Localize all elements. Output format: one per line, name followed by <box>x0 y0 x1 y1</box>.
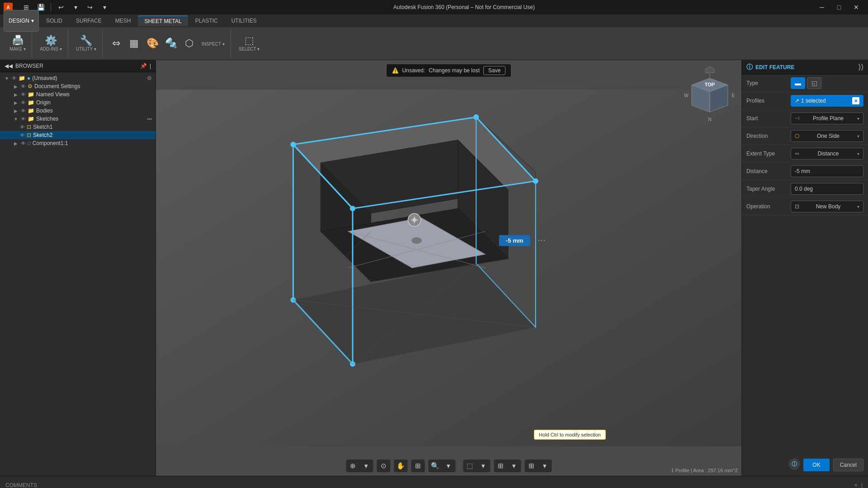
ribbon-content: 🖨️ MAKE ▾ ⚙️ ADD-INS ▾ 🔧 UTILITY ▾ <box>0 27 868 60</box>
tree-item-named-views[interactable]: ▶ 👁 📁 Named Views <box>0 90 156 99</box>
addins-items: ⚙️ ADD-INS ▾ <box>38 30 64 57</box>
zebra-analysis-button[interactable]: 🎨 <box>144 37 161 50</box>
select-button[interactable]: ⬚ SELECT ▾ <box>236 34 262 53</box>
viewport-layout-dropdown[interactable]: ▾ <box>538 460 552 472</box>
close-button[interactable]: ✕ <box>848 1 864 14</box>
tree-item-origin[interactable]: ▶ 👁 📁 Origin <box>0 99 156 107</box>
snap-button[interactable]: ⊕ <box>346 460 359 472</box>
svg-point-27 <box>413 218 416 222</box>
viewport[interactable]: -5 mm ⋯ N S W E TOP ↑ <box>156 60 741 476</box>
window-controls: ─ □ ✕ <box>814 1 864 14</box>
direction-dropdown[interactable]: ⬡ One Side ▾ <box>791 130 863 142</box>
bodies-toggle[interactable]: ▶ <box>13 108 19 113</box>
maximize-button[interactable]: □ <box>831 1 847 14</box>
tab-plastic[interactable]: PLASTIC <box>189 16 224 26</box>
root-settings-icon[interactable]: ⚙ <box>147 75 152 81</box>
make-button[interactable]: 🖨️ MAKE ▾ <box>7 34 28 53</box>
doc-settings-visibility[interactable]: 👁 <box>21 84 26 89</box>
doc-settings-toggle[interactable]: ▶ <box>13 84 19 89</box>
pan-button[interactable]: ✋ <box>394 460 407 472</box>
zoom-button[interactable]: 🔍 <box>428 460 442 472</box>
tab-solid[interactable]: SOLID <box>40 16 69 26</box>
tree-item-bodies[interactable]: ▶ 👁 📁 Bodies <box>0 107 156 115</box>
named-views-toggle[interactable]: ▶ <box>13 92 19 97</box>
extent-type-dropdown[interactable]: ⇔ Distance ▾ <box>791 148 863 160</box>
tab-surface[interactable]: SURFACE <box>70 16 108 26</box>
display-mode-button[interactable]: ⬚ <box>463 460 476 472</box>
origin-toggle[interactable]: ▶ <box>13 100 19 105</box>
sketch1-visibility[interactable]: 👁 <box>20 124 25 130</box>
tab-utilities[interactable]: UTILITIES <box>225 16 263 26</box>
named-views-label: Named Views <box>36 91 152 98</box>
utility-button[interactable]: 🔧 UTILITY ▾ <box>74 34 99 53</box>
section-analysis-button[interactable]: ▦ <box>126 37 142 50</box>
tree-item-doc-settings[interactable]: ▶ 👁 ⚙ Document Settings <box>0 82 156 90</box>
minimize-button[interactable]: ─ <box>814 1 830 14</box>
design-dropdown[interactable]: DESIGN ▾ <box>4 10 39 32</box>
taper-angle-input[interactable]: 0.0 deg <box>791 183 863 195</box>
distance-input[interactable]: -5 mm <box>791 165 863 177</box>
start-arrow: ▾ <box>857 116 859 121</box>
operation-dropdown[interactable]: ⊡ New Body ▾ <box>791 201 863 212</box>
tab-sheet-metal[interactable]: SHEET METAL <box>138 15 188 26</box>
root-visibility-icon[interactable]: 👁 <box>12 75 17 81</box>
panel-row-profiles: Profiles ↗ 1 selected ✕ <box>742 92 868 110</box>
grid-display-button[interactable]: ⊞ <box>494 460 507 472</box>
undo-dropdown[interactable]: ▾ <box>69 1 82 14</box>
redo-dropdown[interactable]: ▾ <box>98 1 111 14</box>
grid-dropdown[interactable]: ▾ <box>507 460 521 472</box>
orbit-button[interactable]: ⊙ <box>377 460 390 472</box>
profiles-selector[interactable]: ↗ 1 selected ✕ <box>791 95 863 107</box>
panel-row-extent-type: Extent Type ⇔ Distance ▾ <box>742 145 868 163</box>
start-dropdown[interactable]: ⊣ Profile Plane ▾ <box>791 113 863 124</box>
viewcube[interactable]: N S W E TOP ↑ <box>683 65 737 123</box>
ok-button[interactable]: OK <box>803 459 829 471</box>
save-button[interactable]: Save <box>483 66 505 75</box>
snap-dropdown[interactable]: ▾ <box>359 460 373 472</box>
browser-tree: ▼ 👁 📁 ● (Unsaved) ⚙ ▶ 👁 ⚙ Document Setti… <box>0 72 156 476</box>
sketch2-visibility[interactable]: 👁 <box>20 132 25 138</box>
comments-add-icon[interactable]: + <box>854 482 858 488</box>
inspect-dropdown[interactable]: INSPECT ▾ <box>199 39 227 48</box>
type-btn-solid[interactable]: ▬ <box>791 77 805 89</box>
edit-panel-collapse[interactable]: ⟩⟩ <box>858 63 863 71</box>
curvature-icon: ⬡ <box>185 38 193 48</box>
viewport-layout-button[interactable]: ⊞ <box>524 460 538 472</box>
component-visibility[interactable]: 👁 <box>21 141 26 146</box>
measure-button[interactable]: ⇔ <box>108 37 124 50</box>
svg-point-28 <box>411 237 422 244</box>
section-icon: ▦ <box>129 38 139 48</box>
browser-collapse-icon[interactable]: ◀◀ <box>5 63 13 69</box>
addins-button[interactable]: ⚙️ ADD-INS ▾ <box>38 34 64 53</box>
doc-settings-icon: ⚙ <box>28 83 33 89</box>
tree-item-sketches[interactable]: ▼ 👁 📁 Sketches ••• <box>0 115 156 123</box>
type-btn-surface[interactable]: ◱ <box>807 77 821 89</box>
redo-button[interactable]: ↪ <box>84 1 96 14</box>
browser-title: BROWSER <box>15 63 43 69</box>
tree-item-sketch1[interactable]: 👁 ⊡ Sketch1 <box>0 123 156 131</box>
display-dropdown[interactable]: ▾ <box>476 460 490 472</box>
cancel-button[interactable]: Cancel <box>833 459 863 471</box>
ribbon-group-addins: ⚙️ ADD-INS ▾ <box>34 29 68 58</box>
info-button[interactable]: ⓘ <box>789 459 800 469</box>
sketches-visibility[interactable]: 👁 <box>21 116 26 122</box>
tree-item-root[interactable]: ▼ 👁 📁 ● (Unsaved) ⚙ <box>0 74 156 82</box>
tree-item-component[interactable]: ▶ 👁 □ Component1:1 <box>0 139 156 147</box>
origin-visibility[interactable]: 👁 <box>21 100 26 105</box>
component-toggle[interactable]: ▶ <box>13 141 19 146</box>
zoom-dropdown[interactable]: ▾ <box>442 460 455 472</box>
draft-analysis-button[interactable]: 🔩 <box>163 37 179 50</box>
root-toggle[interactable]: ▼ <box>4 76 10 81</box>
profiles-clear-button[interactable]: ✕ <box>852 97 859 104</box>
bodies-visibility[interactable]: 👁 <box>21 108 26 113</box>
undo-button[interactable]: ↩ <box>55 1 67 14</box>
sketches-toggle[interactable]: ▼ <box>13 117 19 122</box>
curvature-analysis-button[interactable]: ⬡ <box>181 37 198 50</box>
named-views-visibility[interactable]: 👁 <box>21 92 26 97</box>
tab-mesh[interactable]: MESH <box>109 16 137 26</box>
tree-item-sketch2[interactable]: 👁 ⊡ Sketch2 <box>0 131 156 139</box>
direction-icon: ⬡ <box>795 133 799 139</box>
browser-expand-icon[interactable]: | <box>150 63 151 69</box>
zoom-fit-button[interactable]: ⊞ <box>411 460 425 472</box>
browser-pin-icon[interactable]: 📌 <box>140 63 147 69</box>
